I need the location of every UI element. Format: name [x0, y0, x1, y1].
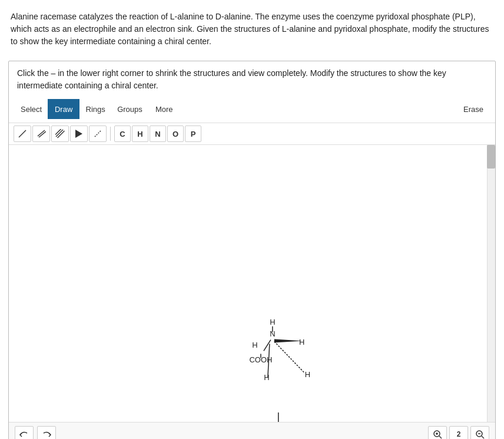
rings-button[interactable]: Rings — [79, 99, 111, 119]
main-toolbar: Select Draw Rings Groups More Erase — [9, 95, 495, 123]
zoom-out-button[interactable] — [470, 426, 489, 439]
editor-instruction: Click the – in the lower right corner to… — [9, 61, 495, 95]
scrollbar-thumb[interactable] — [487, 145, 495, 169]
redo-button[interactable] — [37, 426, 56, 439]
editor-container: Click the – in the lower right corner to… — [8, 61, 496, 439]
hydrogen-button[interactable]: H — [132, 126, 148, 142]
erase-button[interactable]: Erase — [457, 99, 489, 119]
undo-button[interactable] — [15, 426, 34, 439]
triple-bond-button[interactable] — [51, 126, 69, 142]
select-button[interactable]: Select — [15, 99, 48, 119]
svg-line-0 — [19, 130, 26, 137]
wedge-bond-h — [274, 339, 302, 343]
oxygen-button[interactable]: O — [167, 126, 184, 142]
bottom-right-actions: 2 — [428, 426, 489, 439]
double-bond-button[interactable] — [32, 126, 50, 142]
groups-button[interactable]: Groups — [111, 99, 148, 119]
atom-label-h3: H — [264, 373, 269, 382]
dash-bond-button[interactable] — [89, 126, 107, 142]
draw-button[interactable]: Draw — [48, 99, 79, 119]
scrollbar-track[interactable] — [487, 145, 495, 422]
phosphorus-button[interactable]: P — [185, 126, 201, 142]
icon-toolbar: C H N O P — [9, 123, 495, 145]
drawing-area[interactable]: H N H COOH H H H — [9, 145, 495, 422]
svg-line-9 — [439, 436, 442, 438]
atom-label-h4: H — [299, 338, 304, 346]
svg-line-7 — [95, 131, 101, 137]
bottom-left-actions — [15, 426, 56, 439]
svg-marker-6 — [75, 130, 82, 138]
atom-label-h1: H — [270, 318, 275, 326]
wedge-bond-button[interactable] — [70, 126, 88, 142]
bottom-bar: 2 — [9, 422, 495, 439]
single-bond-button[interactable] — [14, 126, 31, 142]
zoom-in-button[interactable] — [428, 426, 447, 439]
more-button[interactable]: More — [148, 99, 180, 119]
svg-line-13 — [482, 436, 484, 438]
atom-label-h5: H — [305, 370, 310, 379]
molecule-canvas[interactable]: H N H COOH H H H — [9, 145, 495, 422]
zoom-reset-button[interactable]: 2 — [449, 426, 468, 439]
toolbar-separator — [110, 127, 111, 141]
carbon-button[interactable]: C — [114, 126, 131, 142]
atom-label-h2: H — [252, 341, 257, 349]
nitrogen-button[interactable]: N — [150, 126, 166, 142]
intro-text: Alanine racemase catalyzes the reaction … — [0, 0, 504, 54]
